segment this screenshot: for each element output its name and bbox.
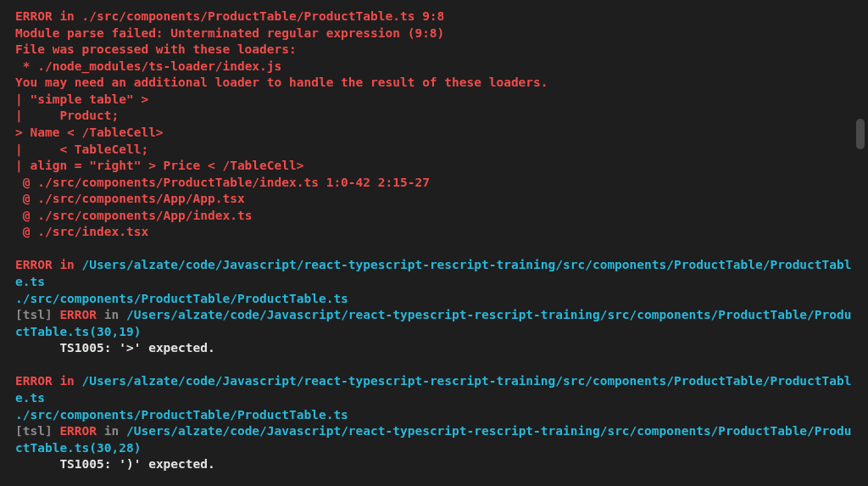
error-line: File was processed with these loaders: [15,42,853,59]
error-label: ERROR in [15,374,82,388]
blank-line [15,357,853,374]
error-line: * ./node_modules/ts-loader/index.js [15,59,853,75]
error-pointer-line: > Name < /TableCell> [15,125,853,142]
error-context-line: | Product; [15,108,853,125]
scrollbar-thumb[interactable] [856,119,865,149]
error-label: ERROR [59,424,97,438]
blank-line [15,241,853,258]
file-path: /Users/alzate/code/Javascript/react-type… [15,258,851,288]
file-path: ./src/components/ProductTable/ProductTab… [15,291,853,308]
file-path-loc: /Users/alzate/code/Javascript/react-type… [15,424,851,455]
ts-error-message: TS1005: '>' expected. [15,340,853,357]
stack-line: @ ./src/components/ProductTable/index.ts… [15,175,853,192]
error-line: ERROR in ./src/components/ProductTable/P… [15,8,853,25]
error-context-line: | align = "right" > Price < /TableCell> [15,158,853,175]
error-label: ERROR [59,308,97,321]
error-line: You may need an additional loader to han… [15,75,853,92]
error-context-line: | "simple table" > [15,92,853,109]
stack-line: @ ./src/components/App/index.ts [15,208,853,225]
tsl-line: [tsl] ERROR in /Users/alzate/code/Javasc… [15,423,853,456]
error-header: ERROR in /Users/alzate/code/Javascript/r… [15,257,853,290]
stack-line: @ ./src/index.tsx [15,224,853,241]
file-path: /Users/alzate/code/Javascript/react-type… [15,374,851,405]
scrollbar-track[interactable] [858,0,866,486]
file-path-loc: /Users/alzate/code/Javascript/react-type… [15,308,851,338]
terminal-output: ERROR in ./src/components/ProductTable/P… [15,8,853,473]
error-context-line: | < TableCell; [15,142,853,159]
file-path: ./src/components/ProductTable/ProductTab… [15,407,853,424]
in-text: in [97,308,126,321]
error-header: ERROR in /Users/alzate/code/Javascript/r… [15,373,853,406]
error-line: Module parse failed: Unterminated regula… [15,25,853,42]
error-label: ERROR in [15,258,82,271]
in-text: in [97,424,126,438]
stack-line: @ ./src/components/App/App.tsx [15,191,853,208]
tsl-line: [tsl] ERROR in /Users/alzate/code/Javasc… [15,307,853,340]
tsl-tag: [tsl] [15,424,59,438]
tsl-tag: [tsl] [15,308,59,321]
ts-error-message: TS1005: ')' expected. [15,456,853,473]
